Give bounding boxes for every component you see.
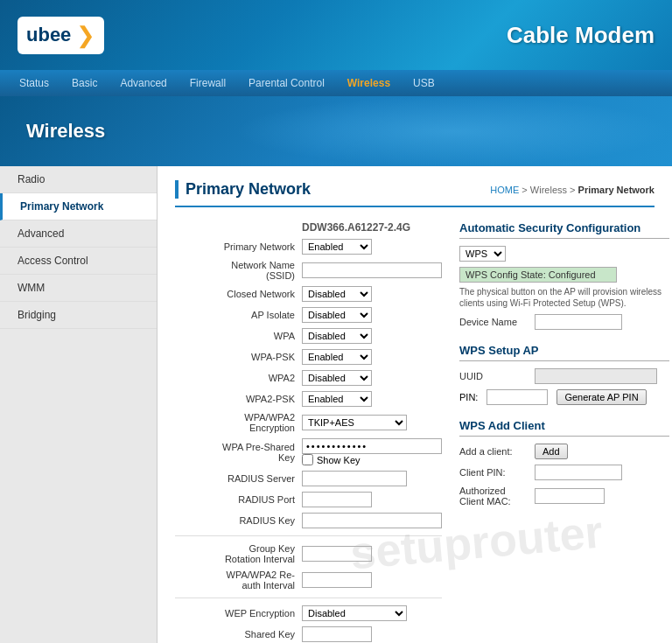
group-key-label: Group KeyRotation Interval [175,543,302,564]
nav-advanced[interactable]: Advanced [109,73,177,93]
radius-port-input[interactable]: 1812 [302,492,372,507]
radius-key-row: RADIUS Key [175,513,442,528]
header-title: Cable Modem [507,22,654,49]
radius-server-label: RADIUS Server [175,473,302,484]
ssid-display: DDW366.A61227-2.4G [302,221,410,234]
uuid-label: UUID [459,371,529,381]
page-header: Primary Network HOME > Wireless > Primar… [175,180,654,207]
gen-pin-button[interactable]: Generate AP PIN [556,389,646,405]
wps-setup-section: WPS Setup AP UUID PIN: Generate AP PIN [459,344,669,405]
main-nav: Status Basic Advanced Firewall Parental … [0,70,672,96]
wpa-psk-key-row: WPA Pre-SharedKey Show Key [175,438,442,465]
wpa2-psk-select[interactable]: Enabled Disabled [302,391,372,407]
uuid-value [535,368,657,384]
closed-network-row: Closed Network Disabled Enabled [175,286,442,302]
divider1 [175,535,442,536]
show-key-checkbox[interactable] [302,454,313,465]
auth-mac-row: Authorized Client MAC: [459,486,669,507]
ap-isolate-select[interactable]: Disabled Enabled [302,307,372,323]
add-client-button[interactable]: Add [535,444,568,459]
reauth-label: WPA/WPA2 Re-auth Interval [175,570,302,591]
nav-wireless[interactable]: Wireless [337,73,401,93]
wep-enc-select[interactable]: Disabled Enabled [302,605,407,621]
shared-key-row: Shared Key [175,626,442,642]
form-right: Automatic Security Configuration WPS Non… [459,221,669,643]
auth-mac-label: Authorized Client MAC: [459,486,529,507]
wpa-psk-select[interactable]: Enabled Disabled [302,349,372,365]
wpa2-psk-label: WPA2-PSK [175,394,302,404]
breadcrumb-home[interactable]: HOME [490,185,519,195]
wpa-enc-select[interactable]: TKIP+AES TKIP AES [302,415,407,430]
nav-status[interactable]: Status [9,73,60,93]
radius-port-label: RADIUS Port [175,494,302,505]
radius-server-input[interactable]: 0.0.0.0 [302,471,407,486]
add-client-row: Add a client: Add [459,444,669,459]
pin-input[interactable] [486,389,548,405]
wpa-enc-row: WPA/WPA2Encryption TKIP+AES TKIP AES [175,412,442,433]
sidebar-item-wmm[interactable]: WMM [0,275,157,302]
nav-parental-control[interactable]: Parental Control [238,73,335,93]
breadcrumb-wireless: Wireless [530,185,567,195]
wps-select-row: WPS None [459,246,669,262]
sidebar-item-primary-network[interactable]: Primary Network [0,193,157,220]
primary-network-select[interactable]: Enabled Disabled [302,239,372,255]
wpa2-psk-row: WPA2-PSK Enabled Disabled [175,391,442,407]
auth-mac-input[interactable] [535,488,605,504]
wpa2-select[interactable]: Disabled Enabled [302,370,372,386]
device-name-input[interactable]: UbeeAP [535,314,622,330]
network-name-input[interactable]: DDW366.A61227-2.4G [302,262,442,278]
network-name-label: Network Name(SSID) [175,260,302,281]
breadcrumb-current: Primary Network [578,185,654,195]
show-key-row: Show Key [302,454,442,465]
sidebar-item-radio[interactable]: Radio [0,166,157,193]
wpa-psk-label: WPA-PSK [175,352,302,362]
wps-add-section: WPS Add Client Add a client: Add Client … [459,419,669,507]
client-pin-row: Client PIN: [459,465,669,480]
reauth-row: WPA/WPA2 Re-auth Interval 3600 [175,570,442,591]
add-client-label: Add a client: [459,446,529,457]
reauth-input[interactable]: 3600 [302,572,372,588]
banner-label: Wireless [26,120,105,143]
page-title: Primary Network [175,180,311,199]
device-name-row: Device Name UbeeAP [459,314,669,330]
auto-sec-section: Automatic Security Configuration WPS Non… [459,221,669,330]
sidebar-item-access-control[interactable]: Access Control [0,248,157,275]
wireless-banner: Wireless [0,96,672,166]
group-key-row: Group KeyRotation Interval 0 [175,543,442,564]
wpa-preshared-input[interactable] [302,438,442,454]
wpa-row: WPA Disabled Enabled [175,328,442,344]
wps-select[interactable]: WPS None [459,246,506,262]
header: ubee ❯ Cable Modem [0,0,672,70]
nav-basic[interactable]: Basic [61,73,108,93]
uuid-row: UUID [459,368,669,384]
sidebar-item-bridging[interactable]: Bridging [0,302,157,329]
breadcrumb-sep1: > [522,185,529,195]
psk-input-group: Show Key [302,438,442,465]
form-container: DDW366.A61227-2.4G Primary Network Enabl… [175,221,654,643]
radius-key-input[interactable] [302,513,442,528]
closed-network-select[interactable]: Disabled Enabled [302,286,372,302]
wpa-enc-label: WPA/WPA2Encryption [175,412,302,433]
content-area: setuprouter Primary Network HOME > Wirel… [158,166,672,643]
show-key-label: Show Key [317,455,360,465]
wpa2-row: WPA2 Disabled Enabled [175,370,442,386]
sidebar: Radio Primary Network Advanced Access Co… [0,166,158,643]
radius-port-row: RADIUS Port 1812 [175,492,442,507]
wps-note: The physical button on the AP will provi… [459,286,669,309]
ap-isolate-label: AP Isolate [175,310,302,320]
device-name-label: Device Name [459,317,529,327]
pin-label: PIN: [459,392,478,402]
ssid-display-row: DDW366.A61227-2.4G [175,221,442,234]
nav-usb[interactable]: USB [402,73,445,93]
wep-enc-label: WEP Encryption [175,608,302,619]
wps-add-title: WPS Add Client [459,419,669,437]
auto-sec-title: Automatic Security Configuration [459,221,669,239]
pin-row: PIN: Generate AP PIN [459,389,669,405]
wpa-select[interactable]: Disabled Enabled [302,328,372,344]
sidebar-item-advanced[interactable]: Advanced [0,220,157,248]
nav-firewall[interactable]: Firewall [179,73,236,93]
shared-key-input[interactable] [302,626,372,642]
group-key-input[interactable]: 0 [302,546,372,562]
client-pin-input[interactable] [535,465,622,480]
wpa-label: WPA [175,331,302,341]
